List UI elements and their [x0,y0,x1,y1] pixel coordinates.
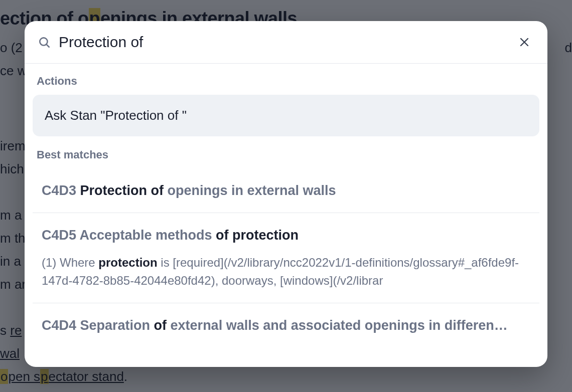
ask-stan-label: Ask Stan "Protection of " [45,108,187,123]
results-panel: Actions Ask Stan "Protection of " Best m… [25,64,547,367]
actions-section-label: Actions [33,73,539,95]
close-icon [518,36,530,48]
match-excerpt: (1) Where protection is [required](/v2/l… [42,254,530,290]
match-title: C4D3 Protection of openings in external … [42,181,530,200]
match-result[interactable]: C4D5 Acceptable methods of protection (1… [33,213,539,303]
match-title: C4D5 Acceptable methods of protection [42,226,530,244]
match-result[interactable]: C4D4 Separation of external walls and as… [33,303,539,337]
search-input[interactable] [54,34,514,51]
match-result[interactable]: C4D3 Protection of openings in external … [33,168,539,213]
best-matches-section-label: Best matches [33,146,539,168]
svg-line-1 [47,45,49,47]
close-button[interactable] [514,32,534,52]
search-bar [25,21,547,64]
match-title: C4D4 Separation of external walls and as… [42,316,530,334]
search-modal: Actions Ask Stan "Protection of " Best m… [25,21,547,367]
match-list: C4D3 Protection of openings in external … [33,168,539,337]
search-icon [35,36,54,49]
ask-stan-action[interactable]: Ask Stan "Protection of " [33,95,539,136]
